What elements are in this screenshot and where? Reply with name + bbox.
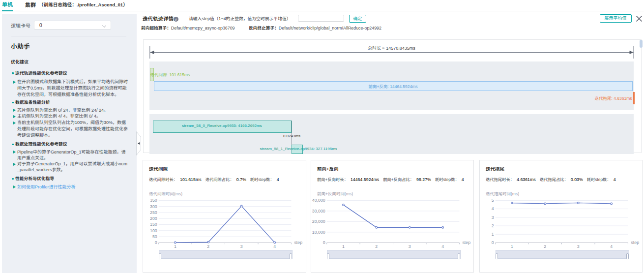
svg-text:4: 4 — [492, 206, 494, 211]
svg-text:30,000: 30,000 — [312, 209, 325, 214]
svg-text:step: step — [462, 240, 470, 245]
svg-text:2: 2 — [375, 244, 378, 249]
svg-text:50: 50 — [152, 234, 157, 239]
svg-text:1: 1 — [492, 232, 494, 237]
svg-text:1: 1 — [174, 244, 176, 249]
svg-text:2: 2 — [492, 223, 494, 228]
svg-text:4: 4 — [610, 244, 613, 249]
svg-text:1: 1 — [342, 244, 345, 249]
svg-text:300: 300 — [150, 204, 157, 209]
svg-text:2: 2 — [207, 244, 209, 249]
svg-text:350: 350 — [150, 198, 157, 203]
svg-text:0: 0 — [155, 240, 157, 245]
svg-text:2: 2 — [544, 244, 546, 249]
svg-text:0: 0 — [492, 240, 494, 245]
svg-text:20,000: 20,000 — [312, 219, 325, 224]
svg-text:step: step — [631, 240, 639, 245]
svg-text:3: 3 — [240, 244, 243, 249]
svg-text:40,000: 40,000 — [312, 198, 325, 203]
svg-text:5: 5 — [492, 198, 494, 203]
svg-text:1: 1 — [511, 244, 513, 249]
svg-text:4: 4 — [273, 244, 276, 249]
svg-text:250: 250 — [150, 210, 157, 215]
svg-text:10,000: 10,000 — [312, 230, 325, 235]
svg-text:200: 200 — [150, 216, 157, 221]
svg-text:3: 3 — [492, 215, 494, 220]
svg-text:100: 100 — [150, 228, 157, 233]
svg-text:4: 4 — [441, 244, 444, 249]
svg-text:3: 3 — [409, 244, 411, 249]
svg-text:step: step — [294, 240, 302, 245]
svg-text:0: 0 — [323, 240, 325, 245]
svg-text:150: 150 — [150, 222, 157, 227]
svg-text:3: 3 — [577, 244, 580, 249]
